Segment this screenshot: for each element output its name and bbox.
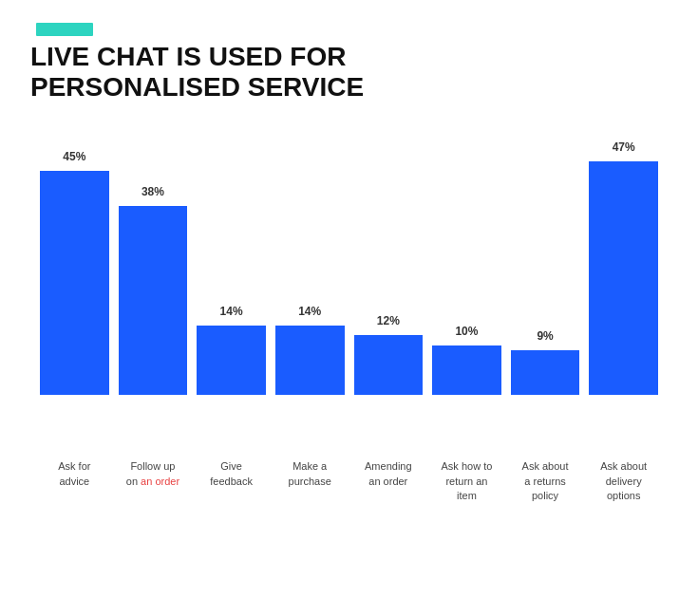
bar-ask-advice <box>40 171 109 395</box>
bar-group-follow-up: 38% <box>119 129 188 395</box>
bar-label-ask-advice: Ask foradvice <box>40 459 109 503</box>
chart-area: 45%38%14%14%12%10%9%47% Ask foradviceFol… <box>30 129 668 503</box>
bar-group-returns-policy: 9% <box>511 129 580 395</box>
bar-value-ask-advice: 45% <box>63 150 85 163</box>
bar-group-give-feedback: 14% <box>197 129 266 395</box>
bar-label-return-item: Ask how toreturn anitem <box>432 459 501 503</box>
bar-give-feedback <box>197 326 266 395</box>
bar-value-follow-up: 38% <box>141 185 164 198</box>
bar-group-return-item: 10% <box>432 129 501 395</box>
bar-follow-up <box>119 206 188 395</box>
bar-value-returns-policy: 9% <box>537 329 553 343</box>
bar-amend-order <box>354 335 424 395</box>
bar-label-give-feedback: Givefeedback <box>197 459 266 503</box>
labels-row: Ask foradviceFollow upon an orderGivefee… <box>30 459 668 503</box>
bar-delivery <box>589 161 658 395</box>
bars-container: 45%38%14%14%12%10%9%47% <box>30 129 668 395</box>
bar-value-amend-order: 12% <box>377 314 400 327</box>
bar-group-amend-order: 12% <box>354 129 424 395</box>
insight-label <box>30 23 668 36</box>
bar-label-amend-order: Amendingan order <box>354 459 424 503</box>
bar-label-follow-up: Follow upon an order <box>119 459 188 503</box>
bar-label-delivery: Ask aboutdeliveryoptions <box>589 459 658 503</box>
bar-returns-policy <box>511 350 580 395</box>
bar-group-delivery: 47% <box>589 129 658 395</box>
bar-return-item <box>432 345 501 395</box>
bar-group-make-purchase: 14% <box>275 129 345 395</box>
bar-make-purchase <box>275 326 345 395</box>
bar-value-give-feedback: 14% <box>220 305 243 318</box>
insight-highlight-bar <box>36 23 93 36</box>
bar-value-delivery: 47% <box>613 140 635 154</box>
bar-value-make-purchase: 14% <box>298 305 321 318</box>
bar-label-make-purchase: Make apurchase <box>275 459 345 503</box>
bar-group-ask-advice: 45% <box>40 129 109 395</box>
bar-value-return-item: 10% <box>455 325 478 338</box>
main-title: LIVE CHAT IS USED FORPERSONALISED SERVIC… <box>30 42 668 103</box>
bar-label-returns-policy: Ask abouta returnspolicy <box>511 459 580 503</box>
